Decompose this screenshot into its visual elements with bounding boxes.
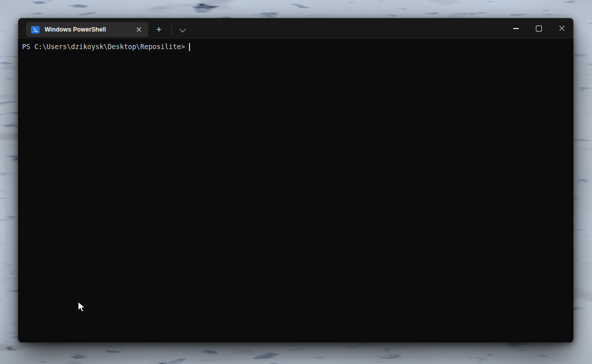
plus-icon: + xyxy=(156,25,161,34)
tab-bar: Windows PowerShell + xyxy=(18,18,573,39)
close-icon xyxy=(559,26,565,32)
minimize-icon xyxy=(513,28,519,29)
terminal-prompt: PS C:\Users\dzikoysk\Desktop\Reposilite> xyxy=(22,42,185,52)
powershell-icon xyxy=(31,26,40,34)
terminal-prompt-line: PS C:\Users\dzikoysk\Desktop\Reposilite> xyxy=(22,42,573,52)
terminal-content[interactable]: PS C:\Users\dzikoysk\Desktop\Reposilite> xyxy=(18,39,573,342)
terminal-cursor xyxy=(189,43,190,51)
close-icon xyxy=(136,27,141,32)
window-controls xyxy=(504,18,573,39)
new-tab-button[interactable]: + xyxy=(150,22,167,37)
terminal-scrollbar[interactable] xyxy=(567,39,573,342)
tab-dropdown-button[interactable] xyxy=(174,22,191,37)
tab-windows-powershell[interactable]: Windows PowerShell xyxy=(26,22,148,37)
maximize-icon xyxy=(536,26,542,32)
close-window-button[interactable] xyxy=(550,18,573,39)
screen: Windows PowerShell + xyxy=(0,0,592,364)
terminal-window: Windows PowerShell + xyxy=(18,18,573,342)
tabbar-divider xyxy=(171,23,172,34)
maximize-button[interactable] xyxy=(527,18,550,39)
titlebar-drag-region[interactable] xyxy=(191,18,504,39)
tab-title: Windows PowerShell xyxy=(45,26,133,33)
minimize-button[interactable] xyxy=(504,18,527,39)
tab-close-button[interactable] xyxy=(133,24,144,35)
chevron-down-icon xyxy=(179,26,186,32)
